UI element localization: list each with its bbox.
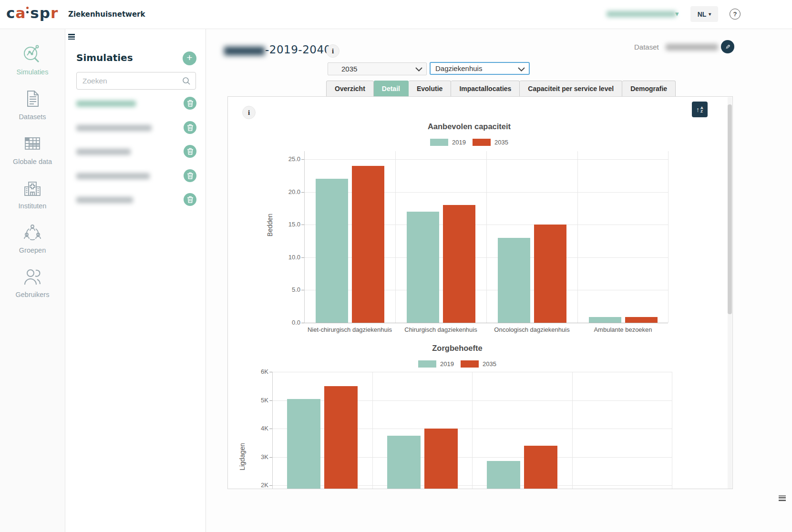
simulation-list-item[interactable] (76, 145, 196, 158)
sidebar-item-globale-data[interactable]: Globale data (0, 132, 65, 165)
help-button[interactable]: ? (730, 9, 741, 20)
bar-2035-group1[interactable] (324, 386, 358, 489)
simulation-name-blurred[interactable] (76, 173, 150, 179)
simulation-list-item[interactable] (76, 193, 196, 206)
simulation-name-blurred[interactable] (76, 197, 133, 203)
edit-dataset-button[interactable]: ✎ (721, 40, 734, 53)
logo-dots (26, 4, 30, 18)
search-icon (182, 77, 191, 85)
sort-az-icon: ↑ (696, 106, 699, 113)
y-tick-label: 15.0 (280, 221, 300, 228)
tab-overzicht[interactable]: Overzicht (326, 81, 374, 97)
caspr-logo[interactable]: caspr (6, 4, 58, 21)
chart-title-aanbevolen-capaciteit: Aanbevolen capaciteit (360, 122, 579, 131)
legend-swatch-2035[interactable] (473, 139, 491, 146)
sidebar-item-label: Gebruikers (0, 291, 65, 298)
care-type-select[interactable]: Dagziekenhuis (430, 62, 530, 75)
bar-2019-group4[interactable] (589, 317, 621, 323)
user-menu-blurred[interactable] (607, 11, 676, 17)
tab-impactallocaties[interactable]: Impactallocaties (451, 81, 520, 97)
page-title: -2019-2040 (265, 43, 331, 56)
legend-label: 2035 (483, 360, 496, 368)
bar-2019-group2[interactable] (407, 212, 439, 323)
language-selector[interactable]: NL ▾ (690, 6, 718, 22)
add-simulation-button[interactable]: + (183, 51, 196, 65)
legend-swatch-2035[interactable] (461, 360, 479, 368)
bar-2035-group1[interactable] (352, 166, 384, 323)
scrollbar-thumb[interactable] (728, 104, 732, 314)
info-icon: i (332, 47, 334, 55)
sidebar-item-instituten[interactable]: Instituten (0, 176, 65, 210)
x-category-label: Niet-chirurgisch dagziekenhuis (305, 326, 395, 333)
legend-swatch-2019[interactable] (418, 360, 436, 368)
simulation-list-item[interactable] (76, 121, 196, 134)
simulations-panel-title: Simulaties (76, 52, 133, 63)
simulation-title-blurred (224, 47, 265, 55)
bar-2019-group3[interactable] (487, 461, 520, 489)
sidebar-item-label: Datasets (0, 113, 65, 121)
sort-button[interactable]: ↑ AZ (692, 102, 708, 117)
y-tick-label: 25.0 (280, 155, 300, 163)
gridline (672, 372, 672, 489)
title-info-button[interactable]: i (326, 44, 339, 58)
logo-letter: r (51, 4, 58, 21)
collapse-panel-hamburger-icon[interactable] (68, 33, 79, 42)
gridline (472, 372, 473, 489)
chart-info-button[interactable]: i (242, 106, 256, 119)
gridline (668, 151, 669, 323)
legend-label: 2019 (452, 139, 466, 146)
delete-simulation-button[interactable] (184, 169, 196, 182)
sidebar-item-datasets[interactable]: Datasets (0, 87, 65, 121)
top-header: caspr Ziekenhuisnetwerk ▾ NL ▾ ? (0, 0, 792, 29)
y-axis-line (304, 151, 305, 323)
sidebar-item-label: Instituten (0, 202, 65, 210)
logo-letter: c (6, 4, 15, 21)
sidebar-item-groepen[interactable]: Groepen (0, 221, 65, 254)
sidebar-item-gebruikers[interactable]: Gebruikers (0, 265, 65, 298)
bar-2019-group1[interactable] (316, 179, 348, 323)
y-tick-label: 0.0 (280, 319, 300, 326)
bar-2035-group3[interactable] (534, 225, 566, 323)
gridline (486, 151, 487, 323)
bar-2035-group2[interactable] (443, 205, 475, 323)
tab-demografie[interactable]: Demografie (622, 81, 676, 97)
year-select[interactable]: 2035 (328, 62, 427, 75)
dataset-label: Dataset (634, 43, 659, 51)
user-menu-caret-icon[interactable]: ▾ (675, 10, 679, 18)
bar-2035-group2[interactable] (424, 429, 458, 489)
simulation-name-blurred[interactable] (76, 101, 136, 107)
delete-simulation-button[interactable] (184, 97, 196, 110)
legend-swatch-2019[interactable] (430, 139, 448, 146)
delete-simulation-button[interactable] (184, 193, 196, 206)
table-grid-icon (21, 132, 44, 155)
y-tick-label: 4K (248, 425, 268, 432)
bar-2019-group1[interactable] (287, 399, 320, 489)
search-input[interactable] (82, 72, 180, 89)
gridline (304, 323, 668, 323)
bar-2035-group4[interactable] (625, 317, 658, 323)
y-tick-label: 3K (248, 453, 268, 460)
simulations-magnifier-chart-icon (21, 42, 44, 65)
delete-simulation-button[interactable] (184, 121, 196, 134)
legend-label: 2019 (440, 360, 454, 368)
tab-evolutie[interactable]: Evolutie (409, 81, 451, 97)
logo-letter: s (30, 4, 39, 21)
bar-2019-group3[interactable] (498, 238, 530, 323)
x-category-label: Ambulante bezoeken (578, 326, 669, 333)
tab-detail[interactable]: Detail (374, 81, 409, 97)
y-tick-label: 2K (248, 481, 268, 489)
simulation-name-blurred[interactable] (76, 149, 131, 155)
bar-2035-group3[interactable] (524, 446, 557, 489)
gridline (395, 151, 396, 323)
simulation-name-blurred[interactable] (76, 125, 152, 131)
simulation-list-item[interactable] (76, 169, 196, 183)
delete-simulation-button[interactable] (184, 145, 196, 158)
page-corner-menu-icon[interactable] (779, 494, 786, 502)
y-tick-label: 6K (248, 368, 268, 375)
tab-capaciteit-per-service-level[interactable]: Capaciteit per service level (520, 81, 622, 97)
simulation-list-item[interactable] (76, 97, 196, 110)
bar-2019-group2[interactable] (387, 436, 421, 489)
icon-sidebar: Simulaties Datasets Globale data (0, 29, 65, 532)
info-icon: i (248, 109, 250, 117)
sidebar-item-simulaties[interactable]: Simulaties (0, 42, 65, 76)
